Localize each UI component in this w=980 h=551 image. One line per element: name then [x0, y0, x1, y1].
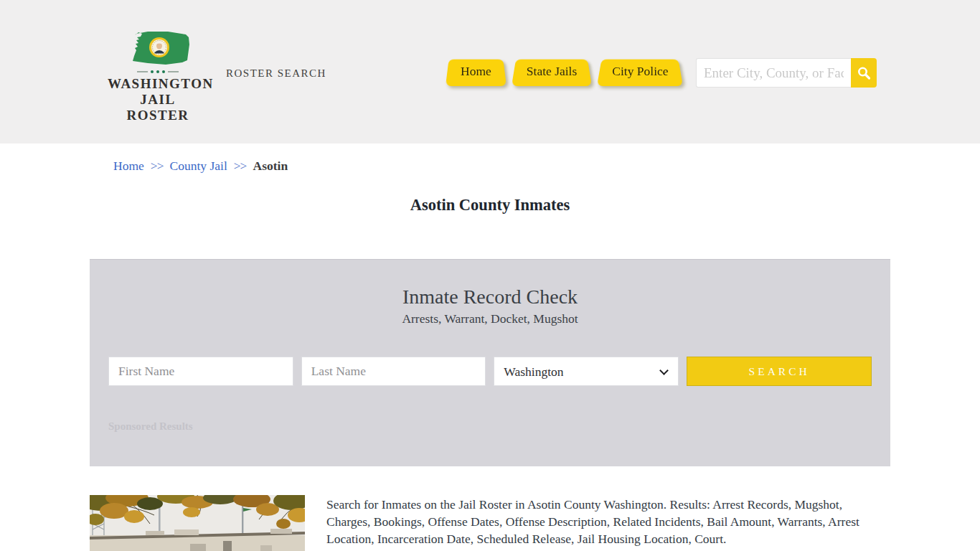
breadcrumb-separator: >> [234, 159, 247, 173]
state-select[interactable]: Washington [494, 357, 679, 386]
inmate-search-form: Washington SEARCH [108, 357, 872, 386]
search-icon [856, 65, 872, 81]
page-title: Asotin County Inmates [0, 196, 980, 215]
nav-item-label: City Police [612, 64, 668, 79]
last-name-input[interactable] [301, 357, 486, 386]
about-text: Search for Inmates on the Jail Roster in… [326, 496, 877, 547]
inmate-record-check-panel: Inmate Record Check Arrests, Warrant, Do… [90, 259, 890, 466]
breadcrumb-link-home[interactable]: Home [113, 159, 144, 173]
nav-item-label: Home [461, 64, 491, 79]
jail-photo [90, 495, 305, 551]
breadcrumb-separator: >> [151, 159, 164, 173]
search-button[interactable]: SEARCH [687, 357, 872, 386]
breadcrumb: Home>>County Jail>>Asotin [113, 159, 288, 174]
jail-building-photo-image [90, 495, 305, 551]
first-name-input[interactable] [108, 357, 293, 386]
facility-search-bar [696, 58, 877, 88]
facility-search-input[interactable] [696, 58, 851, 88]
site-tagline: ROSTER SEARCH [226, 67, 326, 80]
nav-item-city-police[interactable]: City Police [597, 56, 683, 86]
site-header: WASHINGTON JAIL ROSTER ROSTER SEARCH Hom… [0, 0, 980, 143]
sponsored-results-label: Sponsored Results [108, 420, 890, 433]
nav-item-home[interactable]: Home [446, 56, 507, 86]
site-logo[interactable]: WASHINGTON JAIL ROSTER [108, 29, 208, 123]
panel-subtitle: Arrests, Warrant, Docket, Mugshot [90, 311, 890, 326]
logo-text-line1: WASHINGTON [108, 76, 214, 91]
nav-item-label: State Jails [527, 64, 577, 79]
state-select-wrap: Washington [494, 357, 679, 386]
logo-divider [108, 70, 208, 73]
panel-title: Inmate Record Check [90, 286, 890, 309]
washington-state-seal-icon [126, 29, 189, 66]
page: WASHINGTON JAIL ROSTER ROSTER SEARCH Hom… [0, 0, 980, 551]
main-nav: Home State Jails City Police [446, 56, 684, 86]
facility-search-button[interactable] [851, 58, 877, 88]
logo-text-line2: JAIL ROSTER [126, 92, 189, 123]
nav-item-state-jails[interactable]: State Jails [512, 56, 592, 86]
breadcrumb-current: Asotin [253, 159, 288, 173]
breadcrumb-link-county-jail[interactable]: County Jail [170, 159, 227, 173]
